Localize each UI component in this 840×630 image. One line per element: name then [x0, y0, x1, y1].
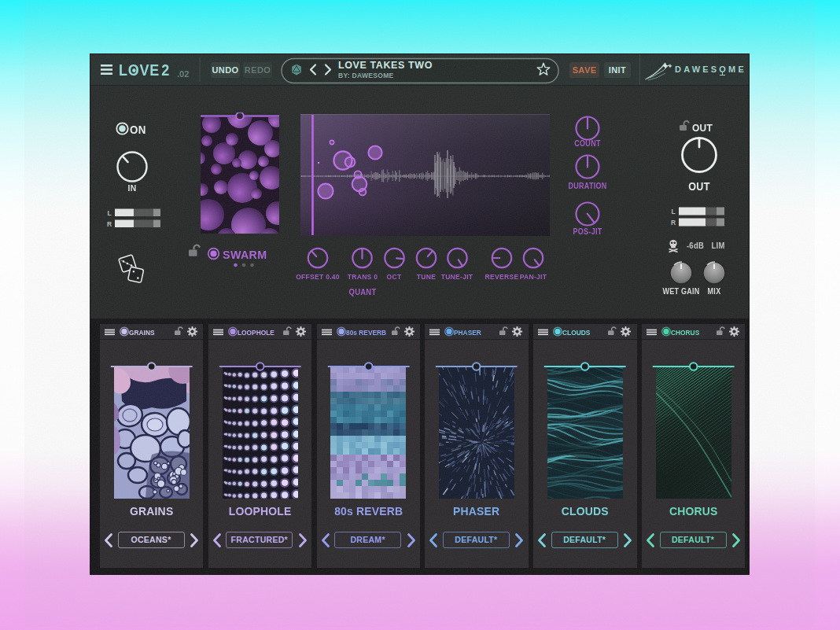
svg-text:R: R	[671, 219, 676, 227]
svg-text:R: R	[107, 220, 112, 228]
svg-text:L: L	[671, 208, 675, 216]
svg-text:L: L	[107, 209, 111, 217]
